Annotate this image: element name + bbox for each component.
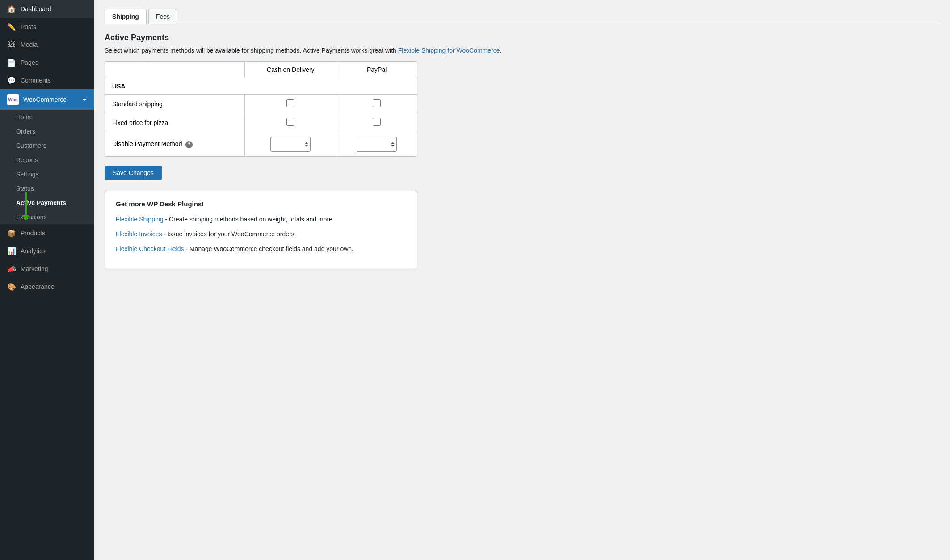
promo-title: Get more WP Desk Plugins! [116, 200, 406, 208]
sidebar-label-marketing: Marketing [21, 265, 48, 272]
sidebar-label-comments: Comments [21, 77, 51, 84]
arrow-indicator [22, 192, 29, 221]
row-standard-cod [245, 95, 336, 113]
submenu-item-customers[interactable]: Customers [0, 138, 94, 153]
main-content: Shipping Fees Active Payments Select whi… [94, 0, 950, 560]
posts-icon: ✏️ [7, 22, 16, 31]
sidebar-item-appearance[interactable]: 🎨 Appearance [0, 278, 94, 296]
submenu-item-reports[interactable]: Reports [0, 153, 94, 167]
marketing-icon: 📣 [7, 264, 16, 273]
sidebar: 🏠 Dashboard ✏️ Posts 🖼 Media 📄 Pages 💬 C… [0, 0, 94, 560]
group-usa-label: USA [105, 78, 417, 95]
sidebar-item-analytics[interactable]: 📊 Analytics [0, 242, 94, 260]
promo-item-flexible-shipping: Flexible Shipping - Create shipping meth… [116, 215, 406, 224]
submenu-item-settings[interactable]: Settings [0, 167, 94, 181]
sidebar-label-posts: Posts [21, 23, 36, 30]
pages-icon: 📄 [7, 58, 16, 67]
table-row-group-usa: USA [105, 78, 417, 95]
promo-desc-flexible-checkout: - Manage WooCommerce checkout fields and… [184, 245, 354, 252]
sidebar-item-dashboard[interactable]: 🏠 Dashboard [0, 0, 94, 18]
select-disable-cod[interactable] [270, 137, 311, 152]
sidebar-label-appearance: Appearance [21, 283, 55, 290]
help-icon[interactable]: ? [185, 141, 193, 148]
promo-desc-flexible-shipping: - Create shipping methods based on weigh… [164, 216, 334, 223]
disable-payment-label: Disable Payment Method [112, 140, 182, 147]
sidebar-label-media: Media [21, 41, 38, 48]
desc-prefix: Select which payments methods will be av… [105, 47, 398, 54]
row-label-disable: Disable Payment Method ? [105, 132, 245, 157]
checkbox-pizza-paypal[interactable] [373, 118, 381, 126]
arrow-line [25, 192, 27, 215]
tab-fees[interactable]: Fees [148, 9, 177, 24]
table-row-disable-payment: Disable Payment Method ? [105, 132, 417, 157]
row-disable-paypal-select [336, 132, 417, 157]
promo-link-flexible-checkout[interactable]: Flexible Checkout Fields [116, 245, 184, 252]
row-label-pizza: Fixed price for pizza [105, 113, 245, 132]
sidebar-item-comments[interactable]: 💬 Comments [0, 71, 94, 89]
spinner-arrows-cod [305, 142, 308, 147]
sidebar-label-products: Products [21, 230, 45, 237]
woocommerce-arrow-icon [82, 99, 87, 101]
promo-link-flexible-invoices[interactable]: Flexible Invoices [116, 230, 162, 238]
promo-desc-flexible-invoices: - Issue invoices for your WooCommerce or… [162, 230, 296, 238]
comments-icon: 💬 [7, 76, 16, 85]
spinner-arrows-paypal [391, 142, 395, 147]
table-col-cod: Cash on Delivery [245, 62, 336, 78]
row-disable-cod-select [245, 132, 336, 157]
row-label-standard: Standard shipping [105, 95, 245, 113]
sidebar-item-media[interactable]: 🖼 Media [0, 36, 94, 54]
submenu-item-extensions[interactable]: Extensions [0, 210, 94, 224]
spinner-down-paypal [391, 145, 395, 147]
sidebar-item-pages[interactable]: 📄 Pages [0, 54, 94, 71]
checkbox-standard-cod[interactable] [286, 99, 294, 107]
table-row-standard-shipping: Standard shipping [105, 95, 417, 113]
woocommerce-menu-header[interactable]: Woo WooCommerce [0, 89, 94, 110]
row-standard-paypal [336, 95, 417, 113]
woocommerce-submenu: Home Orders Customers Reports Settings S… [0, 110, 94, 224]
analytics-icon: 📊 [7, 247, 16, 255]
checkbox-pizza-cod[interactable] [286, 118, 294, 126]
tab-bar: Shipping Fees [105, 9, 939, 24]
desc-suffix: . [500, 47, 502, 54]
submenu-item-orders[interactable]: Orders [0, 124, 94, 138]
submenu-item-active-payments[interactable]: Active Payments [0, 196, 94, 210]
dashboard-icon: 🏠 [7, 4, 16, 13]
woo-logo: Woo [7, 94, 19, 105]
promo-item-flexible-invoices: Flexible Invoices - Issue invoices for y… [116, 230, 406, 239]
sidebar-item-products[interactable]: 📦 Products [0, 224, 94, 242]
save-changes-button[interactable]: Save Changes [105, 166, 162, 180]
tab-shipping[interactable]: Shipping [105, 9, 147, 24]
sidebar-label-dashboard: Dashboard [21, 5, 51, 13]
sidebar-item-marketing[interactable]: 📣 Marketing [0, 260, 94, 278]
checkbox-standard-paypal[interactable] [373, 99, 381, 107]
spinner-up-cod [305, 142, 308, 144]
promo-box: Get more WP Desk Plugins! Flexible Shipp… [105, 191, 417, 268]
products-icon: 📦 [7, 229, 16, 238]
promo-item-flexible-checkout: Flexible Checkout Fields - Manage WooCom… [116, 244, 406, 254]
sidebar-label-pages: Pages [21, 59, 38, 66]
row-pizza-cod [245, 113, 336, 132]
promo-link-flexible-shipping[interactable]: Flexible Shipping [116, 216, 164, 223]
payments-table: Cash on Delivery PayPal USA Standard shi… [105, 61, 417, 157]
section-title: Active Payments [105, 33, 939, 42]
spinner-down-cod [305, 145, 308, 147]
table-col-method [105, 62, 245, 78]
section-description: Select which payments methods will be av… [105, 47, 939, 54]
appearance-icon: 🎨 [7, 282, 16, 291]
submenu-item-home[interactable]: Home [0, 110, 94, 124]
flexible-shipping-link[interactable]: Flexible Shipping for WooCommerce [398, 47, 500, 54]
submenu-item-status[interactable]: Status [0, 181, 94, 196]
row-pizza-paypal [336, 113, 417, 132]
select-disable-paypal[interactable] [357, 137, 397, 152]
woocommerce-label: WooCommerce [23, 96, 67, 103]
media-icon: 🖼 [7, 40, 16, 49]
sidebar-item-posts[interactable]: ✏️ Posts [0, 18, 94, 36]
table-col-paypal: PayPal [336, 62, 417, 78]
sidebar-label-analytics: Analytics [21, 247, 46, 255]
spinner-up-paypal [391, 142, 395, 144]
arrow-head-icon [22, 215, 29, 221]
table-row-fixed-pizza: Fixed price for pizza [105, 113, 417, 132]
